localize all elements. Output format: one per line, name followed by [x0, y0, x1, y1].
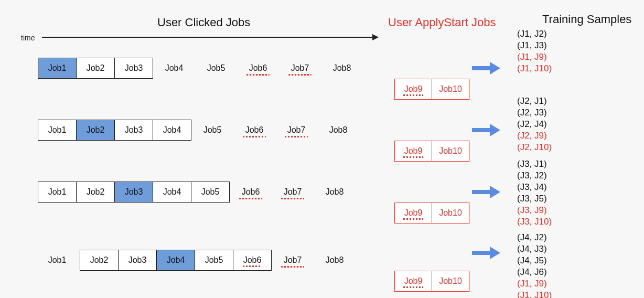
- sample-pair: (J2, J10): [517, 142, 552, 153]
- job-cell: Job6: [233, 120, 275, 141]
- row-3: Job1 Job2 Job3 Job4 Job5 Job6 Job7 Job8 …: [38, 182, 356, 203]
- applystart-jobs-title: User ApplyStart Jobs: [388, 16, 496, 29]
- job-cell: Job4: [156, 250, 195, 271]
- arrow-icon: [472, 64, 500, 72]
- training-samples-title: Training Samples: [542, 13, 631, 26]
- sample-pair: (J3, J5): [517, 193, 552, 205]
- sample-pair: (J1, J3): [517, 40, 552, 51]
- apply-jobs-row-3: Job9 Job10: [394, 203, 469, 224]
- apply-job-cell: Job10: [432, 271, 469, 292]
- job-cell: Job1: [38, 58, 77, 79]
- job-cell: Job7: [272, 182, 314, 203]
- training-samples-row-4: (J4, J2) (J4, J3) (J4, J5) (J4, J6) (J1,…: [517, 232, 552, 298]
- apply-job-cell: Job10: [432, 79, 469, 100]
- job-cell: Job1: [38, 250, 77, 271]
- job-cell: Job6: [230, 182, 272, 203]
- job-cell: Job2: [76, 58, 115, 79]
- apply-job-cell: Job9: [394, 203, 432, 224]
- job-cell: Job5: [195, 58, 237, 79]
- training-samples-row-2: (J2, J1) (J2, J3) (J2, J4) (J2, J9) (J2,…: [517, 95, 552, 153]
- apply-job-cell: Job9: [394, 141, 432, 162]
- job-cell: Job8: [317, 120, 359, 141]
- sample-pair: (J1, J10): [517, 290, 552, 298]
- row-4: Job1 Job2 Job3 Job4 Job5 Job6 Job7 Job8 …: [38, 250, 356, 271]
- training-samples-row-1: (J1, J2) (J1, J3) (J1, J9) (J1, J10): [517, 28, 552, 74]
- sample-pair: (J2, J9): [517, 130, 552, 142]
- sample-pair: (J1, J9): [517, 51, 552, 63]
- sample-pair: (J1, J2): [517, 28, 552, 40]
- sample-pair: (J4, J2): [517, 232, 552, 243]
- arrow-icon: [472, 249, 500, 257]
- row-1: Job1 Job2 Job3 Job4 Job5 Job6 Job7 Job8 …: [38, 58, 363, 79]
- clicked-jobs-row-2: Job1 Job2 Job3 Job4 Job5 Job6 Job7 Job8: [38, 120, 359, 141]
- job-cell: Job7: [272, 250, 314, 271]
- job-cell: Job2: [76, 120, 115, 141]
- clicked-jobs-row-3: Job1 Job2 Job3 Job4 Job5 Job6 Job7 Job8: [38, 182, 356, 203]
- apply-job-cell: Job10: [432, 203, 469, 224]
- time-axis-arrow: [42, 37, 378, 38]
- sample-pair: (J2, J4): [517, 119, 552, 130]
- sample-pair: (J3, J1): [517, 158, 552, 170]
- job-cell: Job3: [118, 250, 157, 271]
- arrow-icon: [472, 188, 500, 196]
- job-cell: Job8: [321, 58, 363, 79]
- job-cell: Job1: [38, 182, 77, 203]
- clicked-jobs-row-1: Job1 Job2 Job3 Job4 Job5 Job6 Job7 Job8: [38, 58, 363, 79]
- job-cell: Job6: [237, 58, 279, 79]
- sample-pair: (J3, J10): [517, 216, 552, 228]
- training-samples-row-3: (J3, J1) (J3, J2) (J3, J4) (J3, J5) (J3,…: [517, 158, 552, 228]
- sample-pair: (J3, J4): [517, 182, 552, 193]
- job-cell: Job7: [279, 58, 321, 79]
- job-cell: Job3: [114, 58, 153, 79]
- sample-pair: (J4, J3): [517, 243, 552, 255]
- job-cell: Job2: [76, 182, 115, 203]
- job-cell: Job1: [38, 120, 77, 141]
- apply-job-cell: Job10: [432, 141, 469, 162]
- diagram-canvas: { "titles": { "clicked": "User Clicked J…: [0, 0, 644, 298]
- job-cell: Job2: [80, 250, 119, 271]
- sample-pair: (J2, J3): [517, 107, 552, 119]
- job-cell: Job5: [195, 250, 233, 271]
- job-cell: Job5: [191, 182, 230, 203]
- job-cell: Job7: [275, 120, 317, 141]
- job-cell: Job8: [314, 182, 356, 203]
- apply-jobs-row-1: Job9 Job10: [394, 79, 469, 100]
- row-2: Job1 Job2 Job3 Job4 Job5 Job6 Job7 Job8 …: [38, 120, 359, 141]
- clicked-jobs-title: User Clicked Jobs: [157, 16, 250, 29]
- job-cell: Job5: [191, 120, 233, 141]
- sample-pair: (J3, J9): [517, 205, 552, 216]
- sample-pair: (J3, J2): [517, 170, 552, 182]
- time-label: time: [21, 34, 35, 42]
- sample-pair: (J1, J9): [517, 278, 552, 290]
- job-cell: Job4: [153, 58, 195, 79]
- apply-job-cell: Job9: [394, 271, 432, 292]
- apply-job-cell: Job9: [394, 79, 432, 100]
- clicked-jobs-row-4: Job1 Job2 Job3 Job4 Job5 Job6 Job7 Job8: [38, 250, 356, 271]
- apply-jobs-row-4: Job9 Job10: [394, 271, 469, 292]
- job-cell: Job3: [114, 182, 153, 203]
- job-cell: Job4: [153, 182, 191, 203]
- apply-jobs-row-2: Job9 Job10: [394, 141, 469, 162]
- sample-pair: (J2, J1): [517, 95, 552, 107]
- arrow-icon: [472, 126, 500, 134]
- job-cell: Job4: [153, 120, 191, 141]
- sample-pair: (J4, J6): [517, 267, 552, 278]
- sample-pair: (J1, J10): [517, 63, 552, 74]
- sample-pair: (J4, J5): [517, 255, 552, 267]
- job-cell: Job3: [114, 120, 153, 141]
- job-cell: Job8: [314, 250, 356, 271]
- job-cell: Job6: [233, 250, 272, 271]
